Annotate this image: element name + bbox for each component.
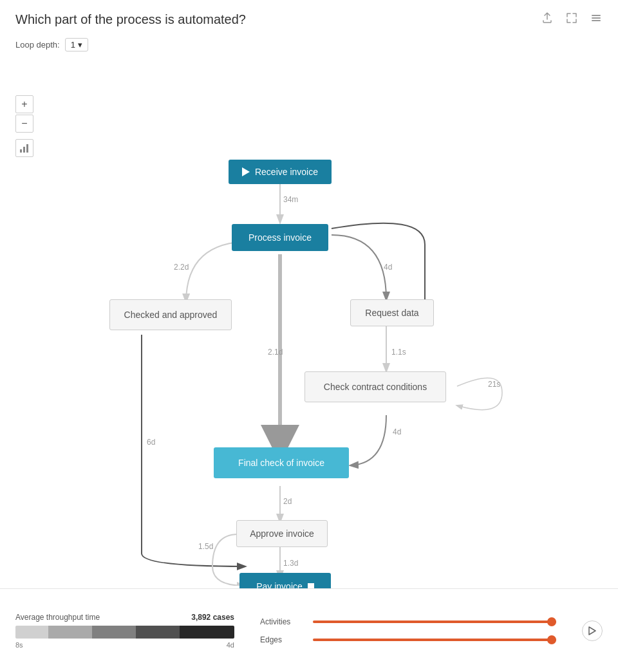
edges-fill xyxy=(313,639,556,641)
loop-depth-control: Loop depth: 1 ▾ xyxy=(0,34,618,55)
throughput-labels: 8s 4d xyxy=(15,641,234,649)
loop-depth-value: 1 xyxy=(71,40,75,50)
svg-rect-1 xyxy=(592,17,601,19)
edges-slider[interactable] xyxy=(313,639,556,641)
activities-slider-row: Activities xyxy=(260,617,556,626)
edge-label-ai-pay: 1.3d xyxy=(283,559,298,568)
chevron-down-icon: ▾ xyxy=(78,40,82,50)
header: Which part of the process is automated? xyxy=(0,0,618,34)
bar-seg-3 xyxy=(92,626,136,639)
svg-rect-2 xyxy=(592,20,601,21)
final-check-label: Final check of invoice xyxy=(238,458,324,468)
menu-icon[interactable] xyxy=(590,12,603,28)
cases-count: 3,892 cases xyxy=(191,613,234,622)
diagram-area: Receive invoice Process invoice Checked … xyxy=(0,58,618,586)
checked-approved-label: Checked and approved xyxy=(124,310,218,320)
bottom-bar: Average throughput time 3,892 cases 8s 4… xyxy=(0,588,618,672)
activities-thumb[interactable] xyxy=(547,617,556,626)
throughput-section: Average throughput time 3,892 cases 8s 4… xyxy=(15,613,234,649)
receive-invoice-label: Receive invoice xyxy=(255,167,318,177)
edges-slider-row: Edges xyxy=(260,635,556,644)
edge-label-rd-cc: 1.1s xyxy=(391,348,406,357)
avg-label: Average throughput time xyxy=(15,613,100,622)
bar-seg-1 xyxy=(15,626,48,639)
sliders-section: Activities Edges xyxy=(260,617,556,644)
activities-fill xyxy=(313,621,556,623)
loop-depth-select[interactable]: 1 ▾ xyxy=(65,38,88,51)
edge-label-pi-fc: 2.1d xyxy=(268,348,283,357)
edges-thumb[interactable] xyxy=(547,635,556,644)
activities-slider[interactable] xyxy=(313,621,556,623)
edge-label-pi-rd: 4d xyxy=(384,263,392,272)
edge-label-pi-ca: 2.2d xyxy=(174,263,189,272)
process-invoice-node[interactable]: Process invoice xyxy=(232,224,328,251)
svg-rect-0 xyxy=(592,15,601,16)
play-icon xyxy=(242,167,250,176)
throughput-bar xyxy=(15,626,234,639)
request-data-node[interactable]: Request data xyxy=(350,299,434,326)
approve-invoice-node[interactable]: Approve invoice xyxy=(236,520,328,547)
diagram-svg xyxy=(0,58,618,586)
edge-label-ri-pi: 34m xyxy=(283,195,298,204)
bar-seg-2 xyxy=(48,626,92,639)
edge-label-ai-pay2: 1.5d xyxy=(198,542,213,551)
time-max: 4d xyxy=(227,641,234,649)
time-min: 8s xyxy=(15,641,23,649)
edges-label: Edges xyxy=(260,635,305,644)
request-data-label: Request data xyxy=(365,308,418,318)
receive-invoice-node[interactable]: Receive invoice xyxy=(229,160,332,184)
edge-label-cc-loop: 21s xyxy=(488,380,500,389)
play-button[interactable] xyxy=(582,621,603,641)
check-contract-node[interactable]: Check contract conditions xyxy=(304,371,446,402)
throughput-header: Average throughput time 3,892 cases xyxy=(15,613,234,622)
final-check-node[interactable]: Final check of invoice xyxy=(214,447,349,478)
process-invoice-label: Process invoice xyxy=(248,232,312,243)
edge-label-cc-fc: 4d xyxy=(393,427,401,436)
approve-invoice-label: Approve invoice xyxy=(250,528,314,539)
activities-label: Activities xyxy=(260,617,305,626)
bar-seg-4 xyxy=(136,626,180,639)
edge-label-fc-ai: 2d xyxy=(283,497,292,506)
header-icons xyxy=(541,12,603,28)
page-title: Which part of the process is automated? xyxy=(15,12,246,27)
bar-seg-5 xyxy=(180,626,234,639)
edge-label-ca-pay: 6d xyxy=(147,438,155,447)
expand-icon[interactable] xyxy=(565,12,578,28)
loop-depth-label: Loop depth: xyxy=(15,40,60,50)
checked-approved-node[interactable]: Checked and approved xyxy=(109,299,232,330)
export-icon[interactable] xyxy=(541,12,554,28)
check-contract-label: Check contract conditions xyxy=(324,382,427,392)
